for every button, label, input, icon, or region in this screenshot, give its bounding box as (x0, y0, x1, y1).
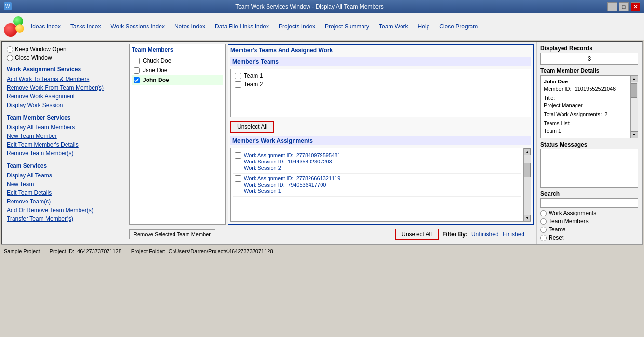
detail-name: John Doe (544, 79, 628, 84)
member-row-john[interactable]: John Doe (132, 75, 223, 85)
keep-window-open-label: Keep Window Open (15, 46, 67, 53)
detail-member-id-label: Member ID: (544, 86, 571, 92)
link-new-team-member[interactable]: New Team Member (7, 132, 122, 140)
keep-window-open-input[interactable] (7, 46, 13, 53)
minimize-button[interactable]: ─ (607, 2, 617, 11)
app-logo (4, 15, 26, 38)
member-row-jane[interactable]: Jane Doe (132, 66, 223, 75)
details-scrollbar-down[interactable]: ▼ (631, 131, 638, 138)
teams-box: Team 1 Team 2 (230, 69, 531, 117)
unselect-all-work-assignments-button[interactable]: Unselect All (395, 229, 439, 240)
member-checkbox-chuck[interactable] (134, 58, 140, 64)
team-members-column: Team Members Chuck Doe Jane Doe John Doe (129, 44, 226, 225)
center-bottom: Remove Selected Team Member Unselect All… (129, 227, 534, 242)
detail-title-value: Project Manager (544, 102, 628, 108)
member-work-area: Member's Teams And Assigned Work Member'… (228, 44, 534, 225)
title-bar-title: Team Work Services Window - Display All … (12, 3, 607, 10)
search-radio-t-input[interactable] (540, 227, 547, 233)
title-bar-controls: ─ □ ✕ (607, 2, 640, 11)
menu-item-ideas-index[interactable]: Ideas Index (26, 22, 66, 31)
member-name-jane: Jane Doe (143, 67, 167, 74)
link-edit-team-member[interactable]: Edit Team Member's Details (7, 140, 122, 149)
work-assignments-scrollbar[interactable]: ▲ ▼ (523, 148, 531, 222)
member-row-chuck[interactable]: Chuck Doe (132, 56, 223, 66)
status-bar: Sample Project Project ID: 4642737370711… (0, 246, 644, 256)
title-bar-icon: W (4, 2, 12, 12)
work-assignment-details-2: Work Assignment ID: 277826661321119 Work… (244, 175, 340, 194)
link-new-team[interactable]: New Team (7, 180, 122, 189)
work-assignment-checkbox-2[interactable] (235, 175, 241, 182)
menu-item-notes-index[interactable]: Notes Index (170, 22, 210, 31)
search-radio-work-assignments[interactable]: Work Assignments (540, 210, 638, 216)
member-teams-header: Member's Teams (230, 57, 531, 66)
scrollbar-down-arrow[interactable]: ▼ (524, 215, 531, 221)
details-scrollbar-up[interactable]: ▲ (631, 76, 638, 82)
search-radio-teams[interactable]: Teams (540, 226, 638, 233)
detail-title-label: Title: (544, 95, 628, 101)
scrollbar-up-arrow[interactable]: ▲ (524, 148, 531, 155)
link-remove-work-assignment[interactable]: Remove Work Assignment (7, 92, 122, 101)
menu-item-work-sessions-index[interactable]: Work Sessions Index (106, 22, 170, 31)
work-assignment-details-1: Work Assignment ID: 277840979595481 Work… (244, 152, 340, 171)
menu-item-data-file-links-index[interactable]: Data File Links Index (210, 22, 274, 31)
menu-items-container: Ideas Index Tasks Index Work Sessions In… (26, 22, 483, 31)
search-radio-r-input[interactable] (540, 235, 547, 241)
search-radio-tm-input[interactable] (540, 218, 547, 225)
link-remove-work-member[interactable]: Remove Work From Team Member(s) (7, 83, 122, 92)
link-display-work-session[interactable]: Display Work Session (7, 101, 122, 109)
unselect-all-teams-button[interactable]: Unselect All (230, 121, 274, 133)
link-remove-teams[interactable]: Remove Team(s) (7, 197, 122, 206)
team-checkbox-1[interactable] (235, 73, 241, 79)
work-assignment-row-2[interactable]: Work Assignment ID: 277826661321119 Work… (233, 174, 521, 197)
details-scrollbar-thumb[interactable] (631, 83, 637, 98)
status-messages-section: Status Messages (540, 141, 638, 188)
team-checkbox-2[interactable] (235, 81, 241, 88)
details-scrollbar[interactable]: ▲ ▼ (630, 76, 638, 138)
detail-teams-list-label: Teams List: (544, 121, 628, 126)
menu-item-close-program[interactable]: Close Program (434, 22, 483, 31)
link-edit-team-details[interactable]: Edit Team Details (7, 189, 122, 197)
search-radio-wa-input[interactable] (540, 210, 547, 216)
search-radio-t-label: Teams (549, 226, 565, 233)
remove-selected-team-member-button[interactable]: Remove Selected Team Member (129, 229, 215, 239)
filter-unfinished-link[interactable]: Unfinished (471, 231, 499, 238)
link-display-all-teams[interactable]: Display All Teams (7, 171, 122, 180)
menu-item-project-summary[interactable]: Project Summary (320, 22, 374, 31)
link-display-all-team-members[interactable]: Display All Team Members (7, 123, 122, 132)
search-radio-team-members[interactable]: Team Members (540, 218, 638, 225)
logo-yellow-circle (15, 24, 24, 33)
close-window-input[interactable] (7, 55, 13, 61)
menu-item-team-work[interactable]: Team Work (374, 22, 413, 31)
status-project-folder-label: Project Folder: C:\Users\Darren\Projects… (131, 248, 273, 254)
search-radio-r-label: Reset (549, 234, 564, 241)
close-window-radio[interactable]: Close Window (7, 54, 122, 61)
link-add-remove-team-member[interactable]: Add Or Remove Team Member(s) (7, 206, 122, 215)
detail-member-id: 11019552521046 (575, 86, 616, 92)
menu-item-projects-index[interactable]: Projects Index (274, 22, 320, 31)
filter-finished-link[interactable]: Finished (503, 231, 524, 238)
work-assignment-checkbox-1[interactable] (235, 152, 241, 159)
center-main: Team Members Chuck Doe Jane Doe John Doe (129, 44, 534, 225)
maximize-button[interactable]: □ (619, 2, 629, 11)
team-row-1[interactable]: Team 1 (233, 71, 529, 80)
keep-window-open-radio[interactable]: Keep Window Open (7, 46, 122, 53)
search-radio-reset[interactable]: Reset (540, 234, 638, 241)
member-checkbox-john[interactable] (134, 77, 140, 83)
close-button[interactable]: ✕ (631, 2, 640, 11)
work-session-id-label-1: Work Session ID: 194435402307203 (244, 159, 340, 164)
member-work-assignments-header: Member's Work Assignments (230, 136, 531, 145)
link-remove-team-member[interactable]: Remove Team Member(s) (7, 149, 122, 158)
work-assignment-row-1[interactable]: Work Assignment ID: 277840979595481 Work… (233, 150, 521, 174)
status-project: Sample Project (4, 248, 40, 254)
member-checkbox-jane[interactable] (134, 67, 140, 74)
link-transfer-team-member[interactable]: Transfer Team Member(s) (7, 215, 122, 223)
search-radio-tm-label: Team Members (549, 218, 589, 225)
content-area: Keep Window Open Close Window Work Assig… (1, 41, 643, 245)
team-row-2[interactable]: Team 2 (233, 80, 529, 89)
menu-item-help[interactable]: Help (413, 22, 435, 31)
menu-item-tasks-index[interactable]: Tasks Index (66, 22, 106, 31)
work-assignment-id-label-2: Work Assignment ID: 277826661321119 (244, 175, 340, 181)
link-add-work[interactable]: Add Work To Teams & Members (7, 75, 122, 83)
scrollbar-thumb[interactable] (524, 163, 531, 177)
search-input[interactable] (540, 198, 638, 208)
